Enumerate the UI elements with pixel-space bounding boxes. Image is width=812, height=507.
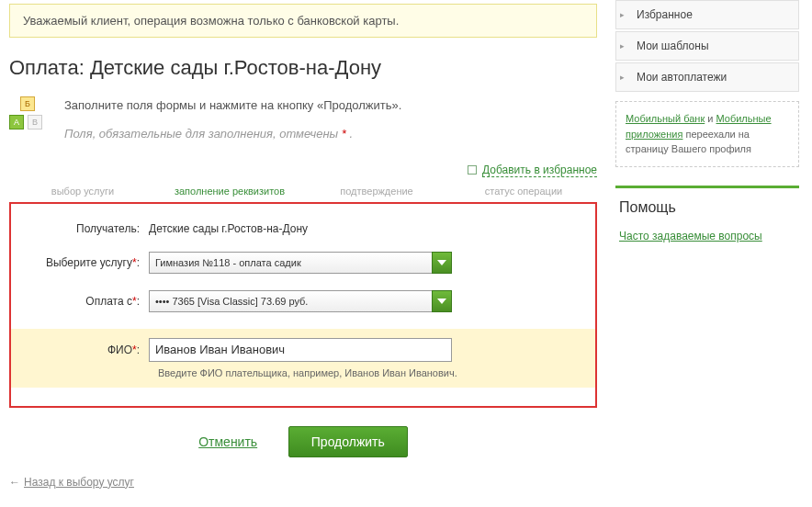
step-labels: выбор услуги заполнение реквизитов подтв…	[9, 186, 597, 197]
paywith-select-value: •••• 7365 [Visa Classic] 73.69 руб.	[155, 296, 308, 307]
faq-link[interactable]: Часто задаваемые вопросы	[619, 230, 762, 242]
add-to-favorites-link[interactable]: Добавить в избранное	[482, 163, 597, 177]
chevron-down-icon	[432, 252, 452, 274]
paywith-select[interactable]: •••• 7365 [Visa Classic] 73.69 руб.	[149, 290, 452, 312]
step-label-3: подтверждение	[303, 186, 450, 197]
chevron-right-icon: ▸	[620, 73, 625, 82]
service-label: Выберите услугу	[46, 256, 132, 269]
fio-hint: Введите ФИО плательщика, например, Ивано…	[158, 367, 568, 378]
intro-line2-pre: Поля, обязательные для заполнения, отмеч…	[64, 127, 342, 141]
step-label-1: выбор услуги	[9, 186, 156, 197]
back-link-container: ←Назад к выбору услуг	[9, 476, 597, 489]
recipient-label: Получатель:	[39, 222, 149, 235]
sidebar-item-autopayments[interactable]: ▸Мои автоплатежи	[615, 62, 799, 92]
chevron-right-icon: ▸	[620, 10, 625, 19]
sidebar-item-favorites[interactable]: ▸Избранное	[615, 0, 799, 29]
sidebar-help-box: Помощь Часто задаваемые вопросы	[615, 186, 799, 254]
fio-label: ФИО	[107, 344, 132, 356]
alert-banner: Уважаемый клиент, операция возможна толь…	[9, 4, 597, 38]
cancel-button[interactable]: Отменить	[198, 434, 257, 449]
form-blocks-icon: Б А В	[9, 96, 46, 133]
sidebar-info-box: Мобильный банк и Мобильные приложения пе…	[615, 101, 799, 167]
chevron-right-icon: ▸	[620, 41, 625, 51]
step-label-4: статус операции	[450, 186, 597, 197]
favorite-checkbox-icon	[468, 165, 477, 175]
mobile-bank-link[interactable]: Мобильный банк	[626, 113, 705, 124]
sidebar-item-templates[interactable]: ▸Мои шаблоны	[615, 31, 799, 61]
payment-form: Получатель: Детские сады г.Ростов-на-Дон…	[9, 202, 597, 408]
intro-line2-post: .	[346, 127, 353, 141]
intro-line1: Заполните поля формы и нажмите на кнопку…	[64, 96, 597, 116]
chevron-down-icon	[432, 290, 452, 312]
submit-button[interactable]: Продолжить	[288, 426, 408, 457]
service-select-value: Гимназия №118 - оплата садик	[155, 257, 301, 268]
step-label-2: заполнение реквизитов	[156, 186, 303, 197]
fio-input[interactable]	[149, 338, 452, 362]
help-title: Помощь	[619, 199, 795, 216]
service-select[interactable]: Гимназия №118 - оплата садик	[149, 252, 452, 274]
page-title: Оплата: Детские сады г.Ростов-на-Дону	[9, 56, 597, 80]
arrow-left-icon: ←	[9, 476, 20, 489]
intro-block: Б А В Заполните поля формы и нажмите на …	[9, 96, 597, 144]
recipient-value: Детские сады г.Ростов-на-Дону	[149, 222, 568, 235]
paywith-label: Оплата с	[85, 295, 132, 308]
back-link[interactable]: Назад к выбору услуг	[24, 476, 134, 489]
